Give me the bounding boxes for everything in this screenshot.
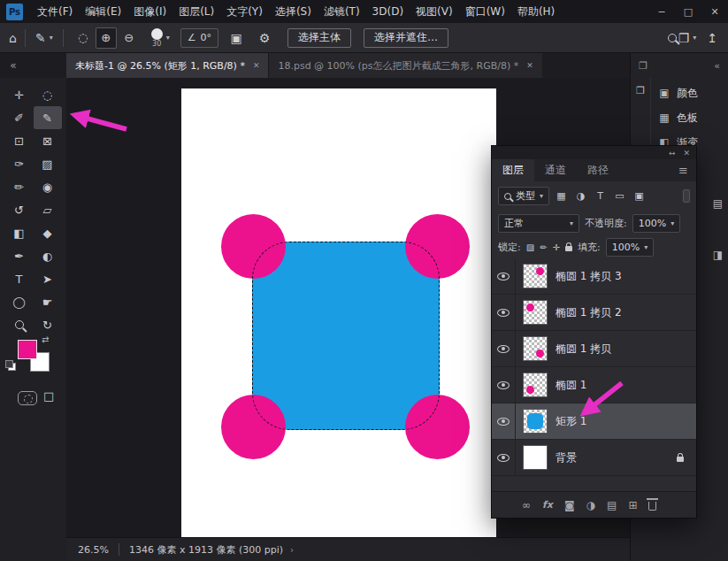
home-icon[interactable]: ⌂	[9, 31, 17, 45]
dock-panel-icon[interactable]: ◨	[713, 249, 723, 261]
layer-thumbnail[interactable]	[523, 373, 548, 397]
opacity-select[interactable]: 100% ▾	[632, 214, 680, 233]
panel-item-swatches[interactable]: ▦ 色板	[651, 105, 728, 130]
zoom-level-field[interactable]: 26.5%	[78, 544, 109, 556]
eraser-tool[interactable]: ▱	[34, 198, 62, 221]
dock-grabber-icon[interactable]: ❐	[639, 60, 648, 72]
history-brush-tool[interactable]: ↺	[5, 198, 34, 221]
lock-transparency-icon[interactable]: ▨	[526, 242, 534, 252]
menu-layer[interactable]: 图层(L)	[172, 0, 220, 23]
subtract-from-selection-button[interactable]: ⊖	[119, 27, 140, 49]
panel-menu-icon[interactable]: ≡	[671, 159, 696, 181]
layer-thumbnail[interactable]	[523, 409, 548, 434]
frame-tool[interactable]: ⊠	[34, 129, 62, 152]
search-icon[interactable]	[668, 34, 677, 42]
layer-style-icon[interactable]: fx	[542, 499, 553, 511]
maximize-button[interactable]: □	[675, 0, 701, 23]
layer-row-background[interactable]: 背景	[492, 440, 696, 476]
filter-type-layers-icon[interactable]: T	[593, 188, 608, 204]
menu-edit[interactable]: 编辑(E)	[79, 0, 127, 23]
lasso-tool[interactable]: ✐	[5, 106, 34, 129]
spot-healing-tool[interactable]: ▨	[34, 152, 62, 175]
adjustment-layer-icon[interactable]: ◑	[586, 499, 595, 511]
visibility-toggle[interactable]	[492, 440, 516, 475]
sample-all-layers-icon[interactable]: ▣	[226, 31, 247, 45]
visibility-toggle[interactable]	[492, 367, 516, 403]
menu-help[interactable]: 帮助(H)	[511, 0, 561, 23]
menu-file[interactable]: 文件(F)	[31, 0, 79, 23]
layer-thumbnail[interactable]	[523, 300, 548, 325]
panel-close-icon[interactable]: ✕	[683, 149, 690, 158]
delete-layer-icon[interactable]	[648, 502, 656, 511]
tab-channels[interactable]: 通道	[534, 159, 577, 181]
new-layer-icon[interactable]: ⊞	[628, 499, 637, 511]
lock-pixels-icon[interactable]: ✏	[540, 242, 547, 252]
tab-18psd[interactable]: 18.psd @ 100% (ps怎么把图片截成三角形, RGB/8) * ✕	[268, 53, 541, 78]
minimize-button[interactable]: ─	[648, 0, 675, 23]
layer-row-ellipse-copy-2[interactable]: 椭圆 1 拷贝 2	[492, 295, 696, 331]
new-selection-button[interactable]: ◌	[73, 27, 94, 49]
filter-smart-objects-icon[interactable]: ▣	[632, 188, 647, 204]
layer-row-ellipse-copy-3[interactable]: 椭圆 1 拷贝 3	[492, 258, 696, 295]
collapse-panels-icon[interactable]: «	[714, 60, 720, 72]
add-to-selection-button[interactable]: ⊕	[96, 27, 117, 49]
lock-all-icon[interactable]	[565, 246, 572, 251]
blur-tool[interactable]: ◆	[34, 221, 62, 244]
visibility-toggle[interactable]	[492, 331, 516, 366]
visibility-toggle[interactable]	[492, 403, 516, 439]
collapsed-panel-icon[interactable]: ❐	[636, 85, 645, 96]
document-canvas[interactable]	[181, 88, 496, 537]
crop-tool[interactable]: ⊡	[5, 129, 34, 152]
lock-position-icon[interactable]: ✛	[553, 242, 560, 252]
brush-size-picker[interactable]: 30 ▾	[151, 28, 170, 48]
quick-mask-button[interactable]	[18, 391, 37, 405]
visibility-toggle[interactable]	[492, 258, 516, 294]
zoom-tool[interactable]	[5, 313, 34, 336]
elliptical-marquee-tool[interactable]: ◌	[34, 83, 62, 106]
quick-selection-tool[interactable]: ✎	[34, 106, 62, 129]
tab-paths[interactable]: 路径	[577, 159, 619, 181]
filter-pixel-layers-icon[interactable]: ▦	[554, 188, 569, 204]
eyedropper-tool[interactable]: ✑	[5, 152, 34, 175]
panel-collapse-icon[interactable]: ↔	[669, 149, 676, 158]
dodge-tool[interactable]: ◐	[34, 244, 62, 267]
menu-3d[interactable]: 3D(D)	[366, 0, 410, 23]
add-layer-mask-icon[interactable]: ◙	[564, 499, 575, 511]
tab-untitled-1[interactable]: 未标题-1 @ 26.5% (矩形 1, RGB/8) * ✕	[66, 53, 268, 78]
menu-filter[interactable]: 滤镜(T)	[318, 0, 366, 23]
tool-preset-picker[interactable]: ✎ ▾	[35, 31, 53, 45]
close-tab-icon[interactable]: ✕	[526, 61, 533, 70]
pen-tool[interactable]: ✒	[5, 244, 34, 267]
filter-adjustment-layers-icon[interactable]: ◑	[573, 188, 588, 204]
menu-image[interactable]: 图像(I)	[127, 0, 172, 23]
layer-thumbnail[interactable]	[523, 264, 548, 288]
ellipse-shape-tool[interactable]: ◯	[5, 290, 34, 313]
close-button[interactable]: ✕	[701, 0, 728, 23]
enhance-gear-icon[interactable]: ⚙	[254, 31, 275, 45]
filter-type-select[interactable]: 类型 ▾	[498, 187, 549, 205]
select-subject-button[interactable]: 选择主体	[287, 28, 351, 48]
visibility-toggle[interactable]	[492, 295, 516, 330]
status-options-icon[interactable]: ›	[290, 545, 294, 555]
filter-toggle-switch[interactable]	[683, 189, 690, 203]
rotate-view-tool[interactable]: ↻	[34, 313, 62, 336]
menu-type[interactable]: 文字(Y)	[220, 0, 269, 23]
brush-tool[interactable]: ✏	[5, 175, 34, 198]
screen-mode-button[interactable]: □	[43, 389, 54, 403]
gradient-tool[interactable]: ◧	[5, 221, 34, 244]
menu-select[interactable]: 选择(S)	[269, 0, 318, 23]
workspace-switcher[interactable]: ❐ ▾	[678, 31, 697, 45]
layer-row-ellipse-1[interactable]: 椭圆 1	[492, 367, 696, 403]
collapse-tabs-icon[interactable]: «	[5, 53, 21, 78]
layer-thumbnail[interactable]	[523, 336, 548, 361]
select-and-mask-button[interactable]: 选择并遮住…	[364, 28, 448, 48]
link-layers-icon[interactable]: ∞	[522, 499, 531, 511]
close-tab-icon[interactable]: ✕	[253, 61, 260, 70]
fill-select[interactable]: 100% ▾	[606, 238, 654, 257]
blend-mode-select[interactable]: 正常 ▾	[498, 214, 579, 233]
default-colors-icon[interactable]	[8, 363, 16, 371]
share-icon[interactable]: ↥	[707, 31, 717, 45]
panel-item-color[interactable]: ▣ 颜色	[651, 81, 728, 105]
new-group-icon[interactable]: ▤	[607, 499, 617, 511]
hand-tool[interactable]: ☛	[34, 290, 62, 313]
